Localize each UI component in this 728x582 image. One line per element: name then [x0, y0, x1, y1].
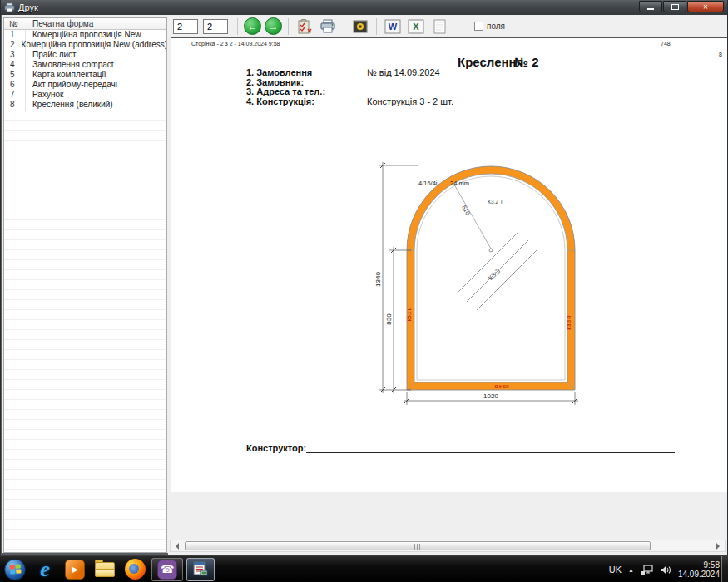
list-item[interactable]: 5Карта комплектації	[4, 70, 166, 80]
list-item[interactable]: 7Рахунок	[4, 90, 166, 100]
firefox-icon	[125, 559, 146, 580]
folder-icon	[95, 562, 115, 577]
scrollbar-grip	[414, 544, 422, 550]
glass-thickness-label: 24 mm	[450, 180, 469, 187]
margins-checkbox-label: поля	[487, 22, 505, 31]
tray-time: 9:58	[678, 560, 720, 570]
show-desktop-button[interactable]	[721, 556, 728, 582]
internet-explorer-button[interactable]: e	[30, 556, 60, 582]
viber-button[interactable]: ☎	[151, 558, 183, 581]
export-word-button[interactable]: W	[383, 17, 403, 37]
list-item[interactable]: 2Комерційна пропозиція New (address)	[4, 40, 166, 50]
preview-page: Сторінка - 2 з 2 - 14.09.2024 9:58 748 8…	[171, 37, 727, 492]
arrow-left-icon: ←	[248, 21, 258, 32]
separator	[376, 18, 377, 35]
word-icon: W	[384, 19, 401, 34]
desktop: Друк × № Печатна форма 1Комерційна пропо…	[0, 0, 728, 582]
internet-explorer-icon: e	[40, 559, 50, 580]
media-player-icon: ▶	[65, 560, 85, 580]
field-label: 4. Конструкція:	[246, 97, 367, 107]
scrollbar-thumb[interactable]	[185, 541, 651, 550]
constructor-label: Конструктор:	[246, 443, 306, 453]
page-setup-button[interactable]	[295, 17, 314, 37]
glass-spec-label: 4/16/4і	[418, 180, 438, 187]
separator	[237, 18, 238, 35]
scroll-left-icon	[172, 543, 179, 550]
page-number-input[interactable]	[203, 19, 228, 34]
construction-drawing: 4/16/4і 24 mm 510 КЗ.2 Т КЗ:3 1340 830 1…	[371, 155, 637, 412]
previous-page-button[interactable]: ←	[244, 17, 261, 35]
windows-start-icon	[4, 559, 26, 580]
toolbar: ← →	[168, 15, 727, 37]
bottom-profile-label: КЗ.4 В	[494, 384, 508, 389]
right-profile-label: КЗ.3 R	[567, 315, 572, 329]
dim-height-label: 1340	[374, 272, 382, 287]
print-forms-list: № Печатна форма 1Комерційна пропозиція N…	[3, 17, 167, 553]
taskbar: e ▶ ☎ UK ▲	[0, 555, 728, 582]
constructor-signature: Конструктор:	[246, 443, 675, 453]
field-value: Конструкція 3 - 2 шт.	[367, 97, 453, 107]
page-width-marker: 748	[661, 41, 671, 47]
page-info: Сторінка - 2 з 2 - 14.09.2024 9:58	[191, 41, 280, 47]
clipboard-icon	[297, 19, 312, 34]
dim-width-label: 1020	[483, 392, 498, 400]
printer-icon	[319, 19, 336, 34]
language-indicator[interactable]: UK	[609, 565, 622, 575]
titlebar[interactable]: Друк ×	[1, 0, 727, 15]
minimize-icon	[647, 8, 654, 10]
excel-icon: X	[408, 19, 424, 34]
field-label: 1. Замовлення	[246, 68, 367, 78]
system-tray: UK ▲ 9:58 14.09.2024	[609, 556, 720, 582]
list-item[interactable]: 1Комерційна пропозиція New	[4, 30, 166, 40]
network-icon[interactable]	[641, 565, 653, 575]
scroll-left-button[interactable]	[171, 540, 183, 551]
column-header-number: №	[4, 18, 26, 29]
active-app-button[interactable]	[186, 558, 215, 581]
order-fields: 1. Замовлення№ від 14.09.2024 2. Замовни…	[246, 68, 453, 106]
maximize-button[interactable]	[663, 1, 686, 12]
arrow-right-icon: →	[269, 21, 279, 32]
separator	[344, 18, 344, 35]
margins-checkbox-wrap[interactable]: поля	[474, 22, 505, 31]
list-header: № Печатна форма	[4, 18, 166, 30]
viber-icon: ☎	[157, 560, 177, 580]
list-item[interactable]: 8Креслення (великий)	[4, 100, 166, 110]
media-player-button[interactable]: ▶	[60, 556, 90, 582]
scroll-right-icon	[716, 543, 723, 550]
separator	[288, 18, 289, 35]
field-value: № від 14.09.2024	[367, 68, 440, 78]
minimize-button[interactable]	[639, 1, 662, 12]
dim-inner-height-label: 830	[385, 313, 393, 325]
margins-checkbox[interactable]	[474, 22, 483, 31]
tray-clock[interactable]: 9:58 14.09.2024	[678, 560, 720, 579]
signature-line	[306, 443, 675, 453]
left-profile-label: КЗ.1 L	[407, 307, 412, 321]
blank-page-button[interactable]	[429, 17, 449, 37]
list-item[interactable]: 3Прайс лист	[4, 50, 166, 60]
scroll-right-button[interactable]	[712, 540, 725, 551]
print-app-icon	[192, 561, 209, 578]
print-dialog-window: Друк × № Печатна форма 1Комерційна пропо…	[0, 0, 728, 555]
copies-input[interactable]	[173, 19, 198, 34]
list-item[interactable]: 6Акт прийому-передачі	[4, 80, 166, 90]
file-explorer-button[interactable]	[90, 556, 120, 582]
svg-text:X: X	[413, 22, 419, 32]
print-preview-area: Сторінка - 2 з 2 - 14.09.2024 9:58 748 8…	[168, 37, 727, 555]
horizontal-scrollbar[interactable]	[170, 540, 726, 552]
close-button[interactable]: ×	[687, 1, 724, 12]
print-button[interactable]	[318, 17, 338, 37]
empty-rows	[4, 111, 166, 552]
column-header-form: Печатна форма	[26, 18, 93, 29]
next-page-button[interactable]: →	[265, 17, 282, 35]
export-image-button[interactable]	[350, 17, 370, 37]
volume-icon[interactable]	[660, 565, 671, 575]
arc-center-point	[489, 249, 493, 252]
tray-date: 14.09.2024	[678, 570, 720, 579]
app-icon	[4, 2, 15, 12]
start-button[interactable]	[0, 556, 30, 582]
hidden-icons-arrow[interactable]: ▲	[628, 567, 634, 573]
arch-profile-label: КЗ.2 Т	[488, 199, 503, 205]
list-item[interactable]: 4Замовлення compact	[4, 60, 166, 70]
export-excel-button[interactable]: X	[406, 17, 426, 37]
firefox-button[interactable]	[120, 556, 150, 582]
